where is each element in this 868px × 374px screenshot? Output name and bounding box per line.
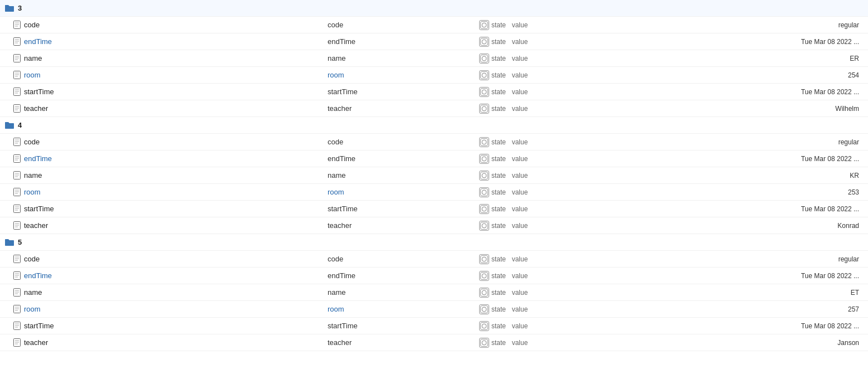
file-icon <box>13 338 21 347</box>
state-icon[interactable] <box>479 70 489 80</box>
col-state[interactable]: state value <box>479 187 602 197</box>
state-icon[interactable] <box>479 304 489 314</box>
col-state[interactable]: state value <box>479 87 602 97</box>
table-row[interactable]: name name state value ER <box>0 50 868 67</box>
col-state[interactable]: state value <box>479 304 602 314</box>
state-icon[interactable] <box>479 254 489 264</box>
col-key: code <box>323 21 479 29</box>
table-row[interactable]: room room state value 257 <box>0 301 868 318</box>
folder-row-4[interactable]: 4 <box>0 117 868 134</box>
folder-icon <box>4 4 14 13</box>
col-state[interactable]: state value <box>479 254 602 264</box>
table-row[interactable]: endTime endTime state value Tue Mar 08 2… <box>0 268 868 284</box>
svg-rect-19 <box>481 138 488 145</box>
col-key: endTime <box>323 154 479 163</box>
display-value: regular <box>838 138 859 146</box>
col-state[interactable]: state value <box>479 20 602 30</box>
table-row[interactable]: teacher teacher state value Konrad <box>0 217 868 234</box>
state-icon[interactable] <box>479 137 489 147</box>
col-state[interactable]: state value <box>479 288 602 298</box>
state-icon[interactable] <box>479 171 489 181</box>
table-row[interactable]: name name state value ET <box>0 284 868 301</box>
table-row[interactable]: teacher teacher state value Janson <box>0 334 868 351</box>
table-row[interactable]: code code state value regular <box>0 251 868 268</box>
file-icon <box>13 255 21 263</box>
item-name: startTime <box>24 88 54 96</box>
state-icon[interactable] <box>479 221 489 231</box>
display-value: ET <box>851 289 859 297</box>
state-icon[interactable] <box>479 338 489 348</box>
state-icon[interactable] <box>479 187 489 197</box>
file-icon <box>13 138 21 146</box>
table-row[interactable]: teacher teacher state value Wilhelm <box>0 100 868 117</box>
col-key: code <box>323 138 479 146</box>
table-row[interactable]: endTime endTime state value Tue Mar 08 2… <box>0 33 868 50</box>
col-state[interactable]: state value <box>479 271 602 281</box>
state-icon[interactable] <box>479 271 489 281</box>
col-state[interactable]: state value <box>479 154 602 164</box>
table-row[interactable]: room room state value 254 <box>0 67 868 84</box>
table-row[interactable]: endTime endTime state value Tue Mar 08 2… <box>0 150 868 167</box>
col-name: startTime <box>0 205 323 213</box>
key-text: endTime <box>328 37 355 46</box>
col-name: name <box>0 288 323 297</box>
state-icon[interactable] <box>479 20 489 30</box>
col-state[interactable]: state value <box>479 321 602 331</box>
col-state[interactable]: state value <box>479 70 602 80</box>
col-value: Wilhelm <box>602 104 868 113</box>
key-text: name <box>328 288 346 297</box>
state-icon[interactable] <box>479 288 489 298</box>
col-name: name <box>0 54 323 62</box>
value-label: value <box>508 339 528 347</box>
col-state[interactable]: state value <box>479 137 602 147</box>
state-icon[interactable] <box>479 154 489 164</box>
col-state[interactable]: state value <box>479 37 602 47</box>
folder-row-5[interactable]: 5 <box>0 234 868 251</box>
col-key: room <box>323 188 479 196</box>
col-value: Tue Mar 08 2022 ... <box>602 205 868 213</box>
state-icon[interactable] <box>479 204 489 214</box>
svg-rect-25 <box>481 172 488 179</box>
svg-rect-4 <box>481 38 488 45</box>
display-value: Tue Mar 08 2022 ... <box>801 205 859 213</box>
table-row[interactable]: name name state value KR <box>0 167 868 184</box>
col-state[interactable]: state value <box>479 338 602 348</box>
display-value: 254 <box>848 71 859 79</box>
state-icon[interactable] <box>479 321 489 331</box>
item-name: code <box>24 138 40 146</box>
col-name: endTime <box>0 37 323 46</box>
file-icon <box>13 71 21 79</box>
table-row[interactable]: startTime startTime state value Tue Mar … <box>0 84 868 100</box>
col-state[interactable]: state value <box>479 204 602 214</box>
key-text: startTime <box>328 322 358 330</box>
col-state[interactable]: state value <box>479 221 602 231</box>
table-row[interactable]: startTime startTime state value Tue Mar … <box>0 201 868 217</box>
col-value: regular <box>602 138 868 146</box>
state-icon[interactable] <box>479 54 489 64</box>
item-name: teacher <box>24 338 48 347</box>
key-text: endTime <box>328 154 355 163</box>
col-state[interactable]: state value <box>479 54 602 64</box>
display-value: 257 <box>848 305 859 313</box>
state-icon[interactable] <box>479 87 489 97</box>
table-row[interactable]: startTime startTime state value Tue Mar … <box>0 318 868 334</box>
file-icon <box>13 88 21 96</box>
state-icon[interactable] <box>479 37 489 47</box>
svg-rect-13 <box>481 88 488 95</box>
value-label: value <box>508 105 528 113</box>
table-row[interactable]: code code state value regular <box>0 134 868 150</box>
col-key: code <box>323 255 479 263</box>
svg-rect-1 <box>481 21 488 28</box>
state-label: state <box>491 21 506 29</box>
table-row[interactable]: room room state value 253 <box>0 184 868 201</box>
file-icon <box>13 322 21 330</box>
col-value: Tue Mar 08 2022 ... <box>602 37 868 46</box>
svg-rect-31 <box>481 205 488 212</box>
svg-rect-46 <box>481 305 488 313</box>
col-state[interactable]: state value <box>479 171 602 181</box>
item-name: startTime <box>24 205 54 213</box>
col-state[interactable]: state value <box>479 104 602 114</box>
state-icon[interactable] <box>479 104 489 114</box>
folder-row-3[interactable]: 3 <box>0 0 868 17</box>
table-row[interactable]: code code state value regular <box>0 17 868 33</box>
